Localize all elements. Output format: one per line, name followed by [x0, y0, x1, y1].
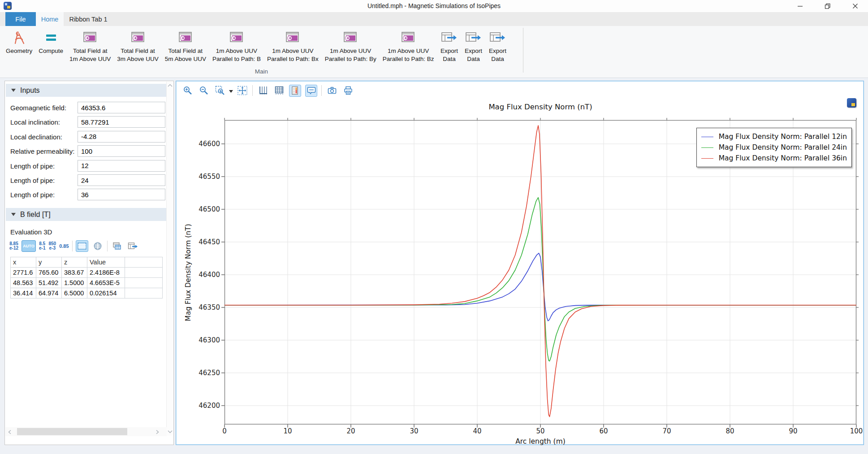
toolbar-separator [252, 85, 253, 96]
ribbon-button-1m-above-uuv-parallel-to-path-bx[interactable]: 1m Above UUVParallel to Path: Bx [264, 29, 322, 63]
tab-file[interactable]: File [5, 12, 36, 26]
precision-0.85-button[interactable]: 0.85 [59, 244, 69, 249]
ribbon-button-total-field-at-3m-above-uuv[interactable]: Total Field at3m Above UUV [114, 29, 161, 63]
restore-button[interactable] [817, 0, 838, 12]
precision-850e-3-button[interactable]: 850e-3 [48, 242, 56, 251]
ribbon: GeometryComputeTotal Field at1m Above UU… [0, 26, 868, 78]
ribbon-group-label: Main [0, 68, 523, 75]
zoom-box-icon[interactable] [214, 85, 226, 97]
table-row[interactable]: 48.56351.4921.50004.6653E-5 [11, 278, 163, 288]
geometry-compass-icon [11, 30, 27, 46]
input-row: Length of pipe: [5, 188, 167, 202]
field-input-length-of-pipe[interactable] [78, 189, 165, 200]
field-input-length-of-pipe[interactable] [78, 174, 165, 186]
ribbon-button-compute[interactable]: Compute [35, 29, 66, 55]
x-tick-label: 50 [531, 427, 550, 435]
toolbar-separator [321, 85, 322, 96]
field-input-local-inclination[interactable] [78, 116, 165, 128]
precision-8.85e-12-button[interactable]: 8.85e-12 [9, 242, 18, 251]
print-icon[interactable] [342, 85, 354, 97]
table-header-empty [125, 257, 163, 268]
ribbon-button-label: ExportData [465, 47, 482, 63]
table-cell: 51.492 [36, 278, 62, 288]
y-tick-label: 46550 [192, 173, 220, 181]
field-label: Length of pipe: [10, 162, 55, 170]
table-header-value: Value [87, 257, 125, 268]
sidebar-horizontal-scrollbar[interactable] [5, 427, 167, 436]
legend-entry: Mag Flux Density Norm: Parallel 36in [701, 153, 847, 164]
y-tick-label: 46500 [192, 205, 220, 213]
evaluation-results-table[interactable]: xyzValue2771.6765.60383.672.4186E-848.56… [10, 257, 163, 298]
legend-label: Mag Flux Density Norm: Parallel 24in [719, 143, 847, 151]
input-row: Length of pipe: [5, 173, 167, 188]
ribbon-button-1m-above-uuv-parallel-to-path-bz[interactable]: 1m Above UUVParallel to Path: Bz [380, 29, 437, 63]
close-icon [852, 3, 858, 9]
field-input-relative-permeability[interactable] [78, 145, 165, 157]
field-input-length-of-pipe[interactable] [78, 160, 165, 172]
table-cell-empty [125, 288, 163, 298]
export-data-icon [464, 30, 482, 46]
ribbon-button-export-data[interactable]: ExportData [461, 29, 485, 63]
globe-icon[interactable] [91, 240, 104, 252]
ribbon-button-export-data[interactable]: ExportData [437, 29, 461, 63]
close-button[interactable] [845, 0, 865, 12]
ribbon-button-geometry[interactable]: Geometry [3, 29, 35, 55]
compute-equals-icon [43, 30, 59, 46]
ribbon-button-total-field-at-5m-above-uuv[interactable]: Total Field at5m Above UUV [162, 29, 209, 63]
tab-ribbon-tab-1[interactable]: Ribbon Tab 1 [64, 12, 113, 26]
ribbon-button-1m-above-uuv-parallel-to-path-b[interactable]: 1m Above UUVParallel to Path: B [209, 29, 264, 63]
scroll-right-icon[interactable] [156, 430, 159, 434]
y-axis-label: Mag Flux Density Norm (nT) [184, 201, 192, 344]
field-input-local-declination[interactable] [78, 131, 165, 143]
scroll-down-icon[interactable] [168, 430, 173, 433]
table-cell: 48.563 [11, 278, 36, 288]
legend-line-swatch [701, 137, 713, 137]
table-cell-empty [125, 268, 163, 278]
toolbar-separator [72, 241, 73, 251]
table-row[interactable]: 36.41464.9746.50000.026154 [11, 288, 163, 298]
export-table-icon[interactable] [126, 240, 139, 252]
minimize-button[interactable] [790, 0, 810, 12]
legend-line-swatch [701, 147, 713, 148]
field-input-geomagnetic-field[interactable] [78, 102, 165, 113]
ribbon-button-export-data[interactable]: ExportData [485, 29, 510, 63]
y-tick-label: 46250 [192, 369, 220, 377]
inputs-section-header[interactable]: Inputs [6, 84, 167, 97]
copy-table-icon[interactable] [111, 240, 123, 252]
table-cell: 6.5000 [62, 288, 87, 298]
x-tick-label: 60 [594, 427, 613, 435]
comsol-plot-logo-icon[interactable] [847, 98, 856, 108]
snapshot-camera-icon[interactable] [326, 85, 338, 97]
scroll-up-icon[interactable] [168, 84, 173, 87]
ribbon-button-total-field-at-1m-above-uuv[interactable]: Total Field at1m Above UUV [66, 29, 114, 63]
plot-tooltip-toggle-icon[interactable] [305, 85, 317, 97]
table-header-x: x [11, 257, 36, 268]
export-data-icon [440, 30, 458, 46]
table-cell: 64.974 [36, 288, 62, 298]
table-view-icon[interactable] [76, 240, 88, 252]
ribbon-button-label: ExportData [489, 47, 506, 63]
ribbon-button-label: 1m Above UUVParallel to Path: Bx [267, 47, 319, 63]
scroll-left-icon[interactable] [8, 430, 11, 434]
legend-toggle-icon[interactable] [289, 85, 301, 97]
zoom-out-icon[interactable] [198, 85, 210, 97]
zoom-extents-icon[interactable] [236, 85, 248, 97]
legend-line-swatch [701, 158, 713, 159]
auto-precision-button[interactable]: AUTO [22, 240, 36, 252]
table-row[interactable]: 2771.6765.60383.672.4186E-8 [11, 268, 163, 278]
tab-home[interactable]: Home [36, 12, 64, 26]
zoom-in-icon[interactable] [181, 85, 194, 97]
ribbon-button-label: Total Field at5m Above UUV [165, 47, 206, 63]
zoom-box-dropdown[interactable] [229, 86, 233, 95]
precision-8.5e-1-button[interactable]: 8.5e-1 [39, 242, 45, 251]
bfield-section-header[interactable]: B field [T] [6, 208, 167, 221]
ribbon-button-1m-above-uuv-parallel-to-path-by[interactable]: 1m Above UUVParallel to Path: By [322, 29, 380, 63]
ribbon-button-label: Geometry [6, 47, 32, 55]
grid-icon[interactable] [273, 85, 285, 97]
scrollbar-thumb[interactable] [17, 428, 127, 435]
sidebar-vertical-scrollbar[interactable] [166, 82, 173, 436]
table-cell: 36.414 [11, 288, 36, 298]
table-cell: 0.026154 [87, 288, 125, 298]
axis-settings-icon[interactable] [257, 85, 269, 97]
plot-window-icon [82, 30, 98, 46]
